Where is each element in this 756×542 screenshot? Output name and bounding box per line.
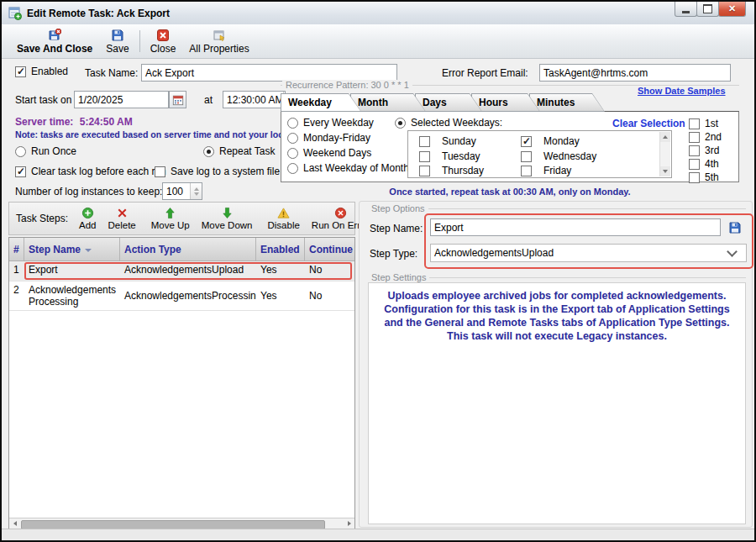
delete-label: Delete xyxy=(108,220,136,230)
weekday-checkbox-thursday[interactable]: Thursday xyxy=(419,165,484,176)
task-name-input[interactable]: Ack Export xyxy=(141,64,397,82)
table-row-ack-processing[interactable]: 2 Acknowledgements Processing Acknowledg… xyxy=(9,282,354,311)
step-name-value: Export xyxy=(434,222,464,234)
monday-friday-radio-circle xyxy=(287,133,298,144)
error-email-input[interactable]: TaskAgent@hrtms.com xyxy=(539,64,731,82)
tab-weekday-label: Weekday xyxy=(281,93,361,108)
monday-friday-radio[interactable]: Monday-Friday xyxy=(287,132,370,144)
header-enabled[interactable]: Enabled xyxy=(256,238,305,260)
sort-descending-icon xyxy=(85,249,92,252)
ordinal-checkbox-3rd[interactable]: 3rd xyxy=(689,145,719,156)
log-instances-spinner[interactable] xyxy=(190,183,202,199)
error-email-value: TaskAgent@hrtms.com xyxy=(543,67,648,79)
task-steps-label: Task Steps: xyxy=(16,213,68,224)
table-row-export[interactable]: 1 Export AcknowledgementsUpload Yes No xyxy=(9,261,354,282)
tab-minutes-label: Minutes xyxy=(529,93,605,108)
maximize-button[interactable] xyxy=(696,2,719,17)
grid-horizontal-scrollbar[interactable] xyxy=(9,518,354,529)
task-name-label: Task Name: xyxy=(85,67,138,79)
step-type-dropdown[interactable]: AcknowledgementsUpload xyxy=(430,244,747,262)
move-down-button[interactable]: Move Down xyxy=(196,206,259,231)
move-down-label: Move Down xyxy=(202,220,253,230)
start-date-input[interactable]: 1/20/2025 xyxy=(74,91,169,108)
tab-weekday[interactable]: Weekday xyxy=(281,93,361,112)
scroll-down-button[interactable] xyxy=(660,166,670,176)
selected-weekdays-label: Selected Weekdays: xyxy=(411,117,502,129)
title-bar: Edit Remote Task: Ack Export ✕ xyxy=(2,2,754,25)
ordinal-checkbox-2nd[interactable]: 2nd xyxy=(689,131,722,143)
every-weekday-radio[interactable]: Every Weekday xyxy=(287,117,374,129)
run-once-radio-circle xyxy=(15,146,26,157)
header-step-name[interactable]: Step Name xyxy=(24,238,120,260)
delete-step-button[interactable]: Delete xyxy=(102,206,142,231)
repeat-task-label: Repeat Task xyxy=(219,145,276,157)
settings-line: Uploads employee archived jobs for compl… xyxy=(369,289,745,303)
start-date-value: 1/20/2025 xyxy=(78,94,123,106)
enabled-checkbox[interactable]: Enabled xyxy=(15,66,68,77)
disable-warning-icon xyxy=(277,207,290,219)
ordinal-checkbox-1st[interactable]: 1st xyxy=(689,118,718,129)
friday-label: Friday xyxy=(543,165,571,176)
header-continue-on[interactable]: Continue O xyxy=(305,238,354,260)
weekday-checkbox-sunday[interactable]: Sunday xyxy=(419,135,476,147)
move-up-button[interactable]: Move Up xyxy=(145,206,196,231)
disable-step-button[interactable]: Disable xyxy=(262,206,306,231)
every-weekday-label: Every Weekday xyxy=(303,117,374,129)
last-weekday-radio[interactable]: Last Weekday of Month xyxy=(287,162,409,174)
all-properties-button[interactable]: All Properties xyxy=(182,26,255,56)
start-time-input[interactable]: 12:30:00 AM xyxy=(223,91,286,108)
save-log-checkbox[interactable]: Save log to a system file xyxy=(155,166,280,177)
header-step-name-label: Step Name xyxy=(29,244,81,255)
weekday-checkbox-tuesday[interactable]: Tuesday xyxy=(419,150,480,162)
weekday-checkbox-friday[interactable]: Friday xyxy=(521,165,571,176)
add-icon xyxy=(81,207,94,219)
weekday-list-scrollbar[interactable] xyxy=(659,132,670,176)
chevron-down-icon xyxy=(727,246,738,257)
step-type-value: AcknowledgementsUpload xyxy=(434,247,554,259)
clear-log-checkbox[interactable]: Clear task log before each run xyxy=(15,166,166,177)
row2-enabled: Yes xyxy=(256,282,305,310)
all-properties-label: All Properties xyxy=(189,43,249,55)
repeat-task-radio-circle xyxy=(203,146,214,157)
recurrence-note: Once started, repeat task at 00:30 AM, o… xyxy=(281,187,739,197)
selected-weekdays-radio[interactable]: Selected Weekdays: xyxy=(395,117,502,129)
date-picker-button[interactable] xyxy=(169,91,186,108)
task-steps-toolbar: Task Steps: Add Delete Move Up Move xyxy=(8,202,355,235)
repeat-task-radio[interactable]: Repeat Task xyxy=(203,145,276,157)
weekday-checkbox-monday[interactable]: Monday xyxy=(521,135,580,147)
close-button[interactable]: Close xyxy=(144,26,183,56)
save-button[interactable]: Save xyxy=(99,26,135,56)
ordinal-checkbox-5th[interactable]: 5th xyxy=(689,171,719,183)
scroll-up-button[interactable] xyxy=(660,132,670,142)
scroll-left-button[interactable] xyxy=(9,518,20,529)
wednesday-label: Wednesday xyxy=(543,150,596,162)
save-and-close-button[interactable]: Save And Close xyxy=(10,26,99,56)
row1-step-name: Export xyxy=(24,261,120,281)
header-num[interactable]: # xyxy=(9,238,24,260)
save-step-name-button[interactable] xyxy=(725,218,745,237)
tab-minutes[interactable]: Minutes xyxy=(529,93,605,112)
save-and-close-label: Save And Close xyxy=(17,43,92,55)
task-name-value: Ack Export xyxy=(145,67,194,79)
run-once-radio[interactable]: Run Once xyxy=(15,145,76,157)
row2-continue-on: No xyxy=(305,282,354,310)
log-instances-input[interactable]: 100 xyxy=(162,182,202,200)
scroll-right-button[interactable] xyxy=(344,518,354,529)
save-step-icon xyxy=(728,221,742,234)
tab-month[interactable]: Month xyxy=(350,93,426,112)
enabled-checkbox-box xyxy=(15,66,26,77)
close-icon: ✕ xyxy=(728,3,736,14)
close-window-button[interactable]: ✕ xyxy=(718,2,746,17)
header-action-type[interactable]: Action Type xyxy=(120,238,256,260)
clear-selection-link[interactable]: Clear Selection xyxy=(612,118,685,129)
weekend-days-radio[interactable]: Weekend Days xyxy=(287,147,371,159)
ordinal-1st-box xyxy=(689,118,700,129)
ordinal-checkbox-4th[interactable]: 4th xyxy=(689,158,719,170)
edit-remote-task-window: Edit Remote Task: Ack Export ✕ Save And … xyxy=(0,0,756,542)
step-name-input[interactable]: Export xyxy=(430,218,721,236)
recurrence-tabs: Weekday Month Days Hours Minutes xyxy=(281,93,739,112)
minimize-button[interactable] xyxy=(675,2,697,17)
add-step-button[interactable]: Add xyxy=(73,206,102,231)
weekday-checkbox-wednesday[interactable]: Wednesday xyxy=(521,150,596,162)
start-time-value: 12:30:00 AM xyxy=(227,94,283,106)
